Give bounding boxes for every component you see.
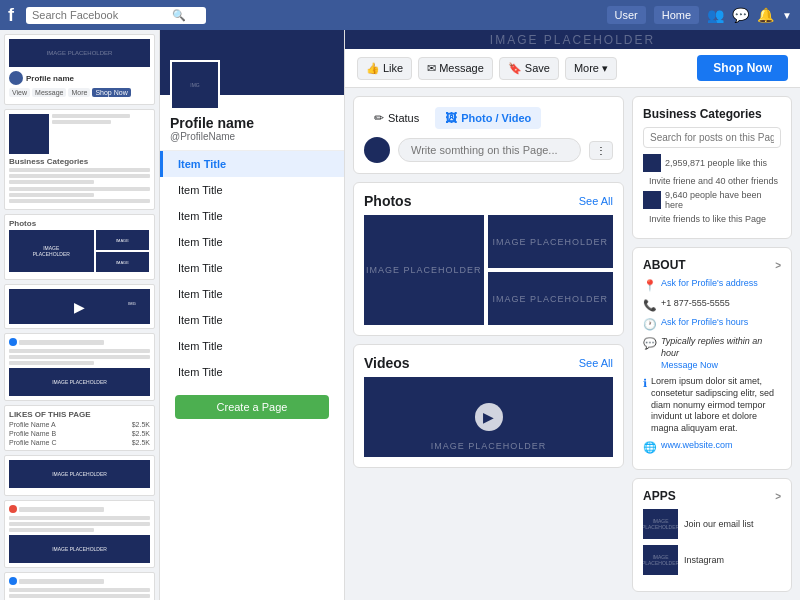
biz-stat-text-0: 2,959,871 people like this — [665, 158, 767, 168]
about-card-title: ABOUT > — [643, 258, 781, 272]
mockup-card-profile: IMAGE PLACEHOLDER Profile name View Mess… — [4, 34, 155, 105]
about-address[interactable]: Ask for Profile's address — [661, 278, 758, 290]
photo-right-bottom: IMAGE PLACEHOLDER — [488, 272, 613, 325]
nav-icons-group: 👥 💬 🔔 ▼ — [707, 7, 792, 23]
mockup-play-icon: ▶ — [74, 299, 85, 315]
user-button[interactable]: User — [607, 6, 646, 24]
content-columns: ✏ Status 🖼 Photo / Video ⋮ — [345, 88, 800, 600]
biz-search-input[interactable] — [643, 127, 781, 148]
videos-see-all[interactable]: See All — [579, 357, 613, 369]
mockup-card-likes: LIKES OF THIS PAGE Profile Name A $2.5K … — [4, 405, 155, 451]
message-button[interactable]: ✉ Message — [418, 57, 493, 80]
about-arrow-icon[interactable]: > — [775, 260, 781, 271]
app-name-0[interactable]: Join our email list — [684, 519, 754, 529]
more-button[interactable]: More ▾ — [565, 57, 617, 80]
mockup-val-b: $2.5K — [132, 430, 150, 437]
biz-icon-0 — [643, 154, 661, 172]
apps-arrow-icon[interactable]: > — [775, 491, 781, 502]
center-nav-item-0[interactable]: Item Title — [160, 151, 344, 177]
home-button[interactable]: Home — [654, 6, 699, 24]
photos-see-all[interactable]: See All — [579, 195, 613, 207]
chat-icon[interactable]: 💬 — [732, 7, 749, 23]
center-nav-item-2[interactable]: Item Title — [160, 203, 344, 229]
center-nav-item-3[interactable]: Item Title — [160, 229, 344, 255]
mockup-card-post3 — [4, 572, 155, 600]
mockup-card-post2: IMAGE PLACEHOLDER — [4, 500, 155, 568]
notifications-icon[interactable]: 🔔 — [757, 7, 774, 23]
friends-icon[interactable]: 👥 — [707, 7, 724, 23]
mockup-avatar — [9, 71, 23, 85]
mockup-card-post1: IMAGE PLACEHOLDER — [4, 333, 155, 401]
mockup-post2-name — [19, 507, 104, 512]
mockup-shop-btn[interactable]: Shop Now — [92, 88, 130, 97]
center-nav-item-6[interactable]: Item Title — [160, 307, 344, 333]
mockup-post2-image: IMAGE PLACEHOLDER — [9, 535, 150, 563]
center-nav-item-4[interactable]: Item Title — [160, 255, 344, 281]
mockup-profile-a: Profile Name A — [9, 421, 56, 428]
apps-title-label: APPS — [643, 489, 676, 503]
like-button[interactable]: 👍 Like — [357, 57, 412, 80]
like-icon: 👍 — [366, 62, 380, 75]
facebook-logo-icon: f — [8, 5, 14, 26]
save-button[interactable]: 🔖 Save — [499, 57, 559, 80]
center-nav-item-7[interactable]: Item Title — [160, 333, 344, 359]
shop-now-button[interactable]: Shop Now — [697, 55, 788, 81]
like-label: Like — [383, 62, 403, 74]
mockup-message-btn[interactable]: Message — [32, 88, 66, 97]
about-phone: +1 877-555-5555 — [661, 298, 730, 310]
mockup-post-line2 — [9, 355, 150, 359]
mockup-video-thumb: IMG — [117, 292, 147, 314]
videos-section: Videos See All ▶ IMAGE PLACEHOLDER — [353, 344, 624, 468]
app-name-1[interactable]: Instagram — [684, 555, 724, 565]
biz-stat-text-1: Invite friene and 40 other friends — [643, 176, 778, 186]
biz-title-label: Business Categories — [643, 107, 762, 121]
status-tab[interactable]: ✏ Status — [364, 107, 429, 129]
about-hours[interactable]: Ask for Profile's hours — [661, 317, 748, 329]
photo-video-tab[interactable]: 🖼 Photo / Video — [435, 107, 541, 129]
mockup-post3-line2 — [9, 594, 150, 598]
mockup-logo-red — [9, 505, 17, 513]
about-hours-row: 🕐 Ask for Profile's hours — [643, 317, 781, 331]
photo-right-bottom-placeholder: IMAGE PLACEHOLDER — [492, 294, 608, 304]
app-thumb-1: IMAGE PLACEHOLDER — [643, 545, 678, 575]
biz-card-title: Business Categories — [643, 107, 781, 121]
center-profile-name: Profile name — [170, 115, 334, 131]
post-input[interactable] — [398, 138, 581, 162]
mockup-photo-large: IMAGEPLACEHOLDER — [9, 230, 94, 272]
biz-stat-text-2: 9,640 people have been here — [665, 190, 781, 210]
mockup-view-btn[interactable]: View — [9, 88, 30, 97]
mockup-post-line1 — [9, 349, 150, 353]
search-bar[interactable]: 🔍 — [26, 7, 206, 24]
center-nav-item-1[interactable]: Item Title — [160, 177, 344, 203]
center-nav-item-5[interactable]: Item Title — [160, 281, 344, 307]
mockup-card-video: ▶ IMG — [4, 284, 155, 329]
mockup-post-image: IMAGE PLACEHOLDER — [9, 368, 150, 396]
mockup-card-video2: IMAGE PLACEHOLDER — [4, 455, 155, 496]
center-nav-item-8[interactable]: Item Title — [160, 359, 344, 385]
info-icon: ℹ — [643, 376, 647, 390]
mockup-val-a: $2.5K — [132, 421, 150, 428]
about-message-now[interactable]: Message Now — [661, 360, 781, 372]
about-website[interactable]: www.website.com — [661, 440, 733, 452]
globe-icon: 🌐 — [643, 440, 657, 454]
biz-icon-2 — [643, 191, 661, 209]
mockup-logo-circle — [9, 338, 17, 346]
video-play-button[interactable]: ▶ — [475, 403, 503, 431]
mockup-card-photos: Photos IMAGEPLACEHOLDER IMAGE IMAGE — [4, 214, 155, 280]
photo-icon: 🖼 — [445, 111, 457, 125]
post-menu-button[interactable]: ⋮ — [589, 141, 613, 160]
app-item-1: IMAGE PLACEHOLDER Instagram — [643, 545, 781, 575]
search-input[interactable] — [32, 9, 172, 21]
status-icon: ✏ — [374, 111, 384, 125]
nav-dropdown-icon[interactable]: ▼ — [782, 10, 792, 21]
apps-card-title: APPS > — [643, 489, 781, 503]
mockup-more-btn[interactable]: More — [68, 88, 90, 97]
about-description-row: ℹ Lorem ipsum dolor sit amet, consetetur… — [643, 376, 781, 434]
create-page-button[interactable]: Create a Page — [175, 395, 329, 419]
video-placeholder: ▶ IMAGE PLACEHOLDER — [364, 377, 613, 457]
mockup-photo-sm2: IMAGE — [96, 252, 150, 272]
mockup-post2-line1 — [9, 516, 150, 520]
center-profile-handle: @ProfileName — [170, 131, 334, 142]
app-thumb-1-placeholder: IMAGE PLACEHOLDER — [642, 554, 679, 566]
content-left-column: ✏ Status 🖼 Photo / Video ⋮ — [353, 96, 624, 592]
